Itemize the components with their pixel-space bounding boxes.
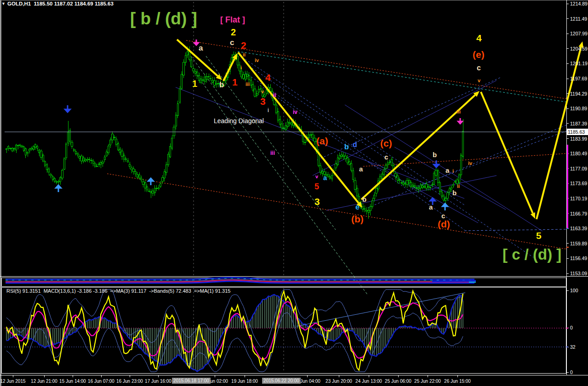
chart-menu-arrow-icon[interactable]: ▼ (1, 1, 6, 6)
chart-canvas[interactable] (0, 0, 588, 386)
ohlc-values: 1185.50 1187.02 1184.69 1185.63 (34, 1, 114, 6)
indicator-info-text: RSI(5) 91.3151 MACD(13,6,1) -3.186 -3.18… (6, 288, 230, 294)
current-price-badge: 1185.63 (567, 129, 588, 135)
symbol-period: GOLD,H1 (7, 1, 31, 6)
chart-window: [ b / (d) ][ Flat ]2c2aiiivi41b1iiivii3i… (0, 0, 588, 386)
chart-title: GOLD,H1 1185.50 1187.02 1184.69 1185.63 (7, 1, 114, 6)
